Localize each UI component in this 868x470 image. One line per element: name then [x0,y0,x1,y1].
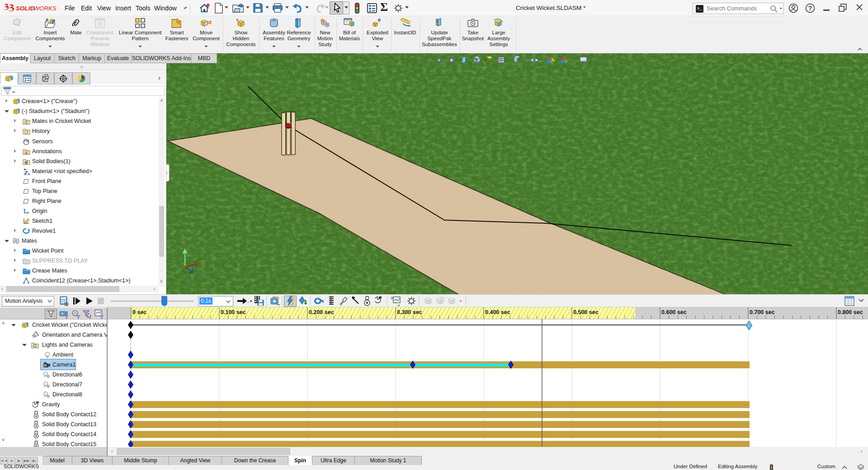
svg-text:0 sec: 0 sec [132,309,146,315]
svg-text:?: ? [808,5,812,12]
svg-text:WORKS: WORKS [33,5,57,12]
svg-text:0.200 sec: 0.200 sec [309,309,334,315]
svg-text:A: A [25,151,27,154]
svg-text:SOLID: SOLID [16,5,35,12]
svg-text:0.500 sec: 0.500 sec [573,309,599,315]
svg-text:0.100 sec: 0.100 sec [221,309,246,315]
svg-text:!: ! [437,22,438,24]
svg-text:0.600 sec: 0.600 sec [661,309,687,315]
svg-text:0.300 sec: 0.300 sec [397,309,422,315]
svg-text:0.400 sec: 0.400 sec [485,309,510,315]
svg-text:x: x [398,303,400,307]
svg-text:0.800 sec: 0.800 sec [838,309,863,315]
svg-text:0.700 sec: 0.700 sec [750,309,775,315]
svg-text:x: x [198,261,200,267]
svg-text:y: y [391,296,393,300]
